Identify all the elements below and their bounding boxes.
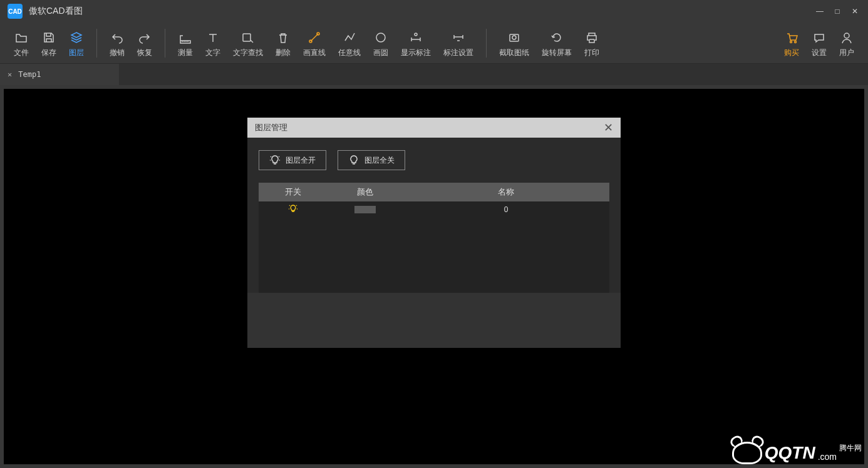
- rotate-button[interactable]: 旋转屏幕: [535, 25, 578, 61]
- col-switch: 开关: [259, 183, 328, 201]
- ruler-icon: [178, 29, 192, 46]
- bull-icon: [732, 442, 762, 464]
- bulb-off-icon: [348, 155, 359, 166]
- polyline-icon: [343, 29, 356, 46]
- tab-label: Temp1: [18, 70, 41, 79]
- layers-icon: [70, 29, 83, 46]
- delete-button[interactable]: 删除: [269, 25, 297, 61]
- dialog-titlebar[interactable]: 图层管理 ✕: [247, 118, 621, 138]
- circle-icon: [374, 29, 388, 46]
- svg-point-7: [790, 41, 792, 43]
- search-text-icon: [241, 29, 255, 46]
- showdim-button[interactable]: 显示标注: [395, 25, 437, 61]
- layer-table-header: 开关 颜色 名称: [259, 183, 609, 201]
- svg-point-8: [795, 41, 797, 43]
- dialog-title: 图层管理: [255, 122, 287, 133]
- buy-button[interactable]: 购买: [778, 25, 805, 61]
- separator: [165, 29, 165, 58]
- titlebar: CAD 傲软CAD看图 — □ ✕: [0, 0, 868, 23]
- redo-icon: [138, 29, 152, 46]
- layers-all-off-button[interactable]: 图层全关: [338, 150, 405, 170]
- save-button[interactable]: 保存: [35, 25, 63, 61]
- redo-button[interactable]: 恢复: [131, 25, 158, 61]
- bulb-on-icon: [288, 204, 298, 214]
- text-icon: [206, 29, 220, 46]
- line-button[interactable]: 画直线: [297, 25, 332, 61]
- layer-button[interactable]: 图层: [63, 25, 90, 61]
- toolbar: 文件 保存 图层 撤销 恢复 测量 文字: [0, 23, 868, 64]
- print-icon: [585, 29, 599, 46]
- undo-icon: [110, 29, 124, 46]
- line-icon: [307, 29, 321, 46]
- polyline-button[interactable]: 任意线: [332, 25, 367, 61]
- dimension-icon: [409, 29, 423, 46]
- dim-settings-icon: [452, 29, 465, 46]
- layers-all-on-button[interactable]: 图层全开: [259, 150, 326, 170]
- tabbar: ✕ Temp1: [0, 64, 868, 85]
- maximize-button[interactable]: □: [833, 7, 842, 16]
- user-icon: [840, 29, 854, 46]
- print-button[interactable]: 打印: [578, 25, 606, 61]
- separator: [96, 29, 97, 58]
- separator: [486, 29, 487, 58]
- layer-row[interactable]: 0: [259, 201, 609, 218]
- dialog-footer: [247, 293, 621, 348]
- svg-point-3: [376, 33, 385, 42]
- capture-button[interactable]: 截取图纸: [493, 25, 535, 61]
- tab-close-icon[interactable]: ✕: [8, 70, 12, 79]
- cart-icon: [785, 29, 798, 46]
- svg-point-9: [844, 33, 849, 38]
- document-tab[interactable]: ✕ Temp1: [0, 64, 119, 85]
- minimize-button[interactable]: —: [815, 7, 824, 16]
- file-button[interactable]: 文件: [8, 25, 35, 61]
- layer-color[interactable]: [328, 206, 403, 213]
- dimsettings-button[interactable]: 标注设置: [437, 25, 480, 61]
- circle-button[interactable]: 画圆: [367, 25, 395, 61]
- folder-icon: [14, 29, 28, 46]
- window-controls: — □ ✕: [815, 7, 863, 16]
- bulb-on-icon: [269, 155, 281, 166]
- user-button[interactable]: 用户: [833, 25, 860, 61]
- settings-button[interactable]: 设置: [805, 25, 833, 61]
- svg-rect-0: [243, 34, 251, 41]
- text-button[interactable]: 文字: [199, 25, 227, 61]
- layer-manager-dialog: 图层管理 ✕ 图层全开 图层全关 开关 颜色 名称 0: [247, 118, 621, 348]
- chat-icon: [812, 29, 826, 46]
- rotate-icon: [550, 29, 564, 46]
- close-button[interactable]: ✕: [850, 7, 859, 16]
- app-title: 傲软CAD看图: [29, 6, 83, 17]
- svg-point-4: [415, 33, 417, 36]
- svg-point-6: [512, 36, 516, 39]
- col-name: 名称: [403, 183, 609, 201]
- undo-button[interactable]: 撤销: [103, 25, 131, 61]
- layer-table-body: [259, 218, 609, 293]
- layer-name: 0: [403, 205, 609, 214]
- dialog-close-button[interactable]: ✕: [604, 121, 613, 135]
- app-icon: CAD: [8, 4, 23, 19]
- save-icon: [42, 29, 56, 46]
- watermark: QQTN .com 腾牛网: [732, 442, 862, 464]
- col-color: 颜色: [328, 183, 403, 201]
- findtext-button[interactable]: 文字查找: [227, 25, 269, 61]
- trash-icon: [276, 29, 290, 46]
- capture-icon: [507, 29, 521, 46]
- layer-toggle[interactable]: [259, 204, 328, 216]
- measure-button[interactable]: 测量: [172, 25, 199, 61]
